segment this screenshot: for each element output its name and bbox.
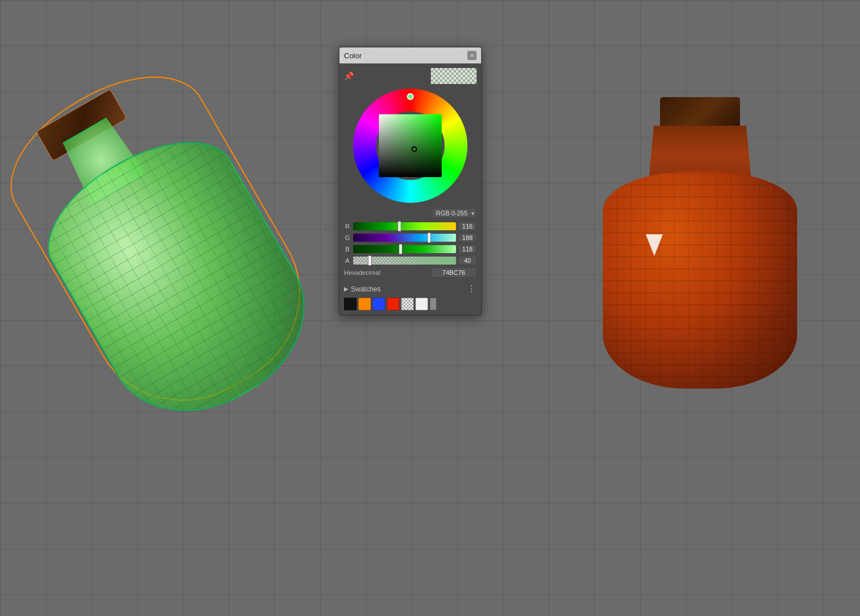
swatch-white[interactable] bbox=[415, 298, 428, 310]
swatch-checker[interactable] bbox=[401, 298, 414, 310]
r-label: R bbox=[344, 223, 351, 230]
r-slider-track[interactable] bbox=[353, 222, 456, 230]
color-mode-row: RGB 0-255 HSV Hex bbox=[344, 207, 477, 218]
swatches-title-row: ▶ Swatches bbox=[344, 285, 381, 293]
swatch-small[interactable] bbox=[430, 298, 437, 310]
swatches-menu-button[interactable]: ⋮ bbox=[467, 283, 477, 294]
color-panel-header: Color × bbox=[339, 47, 481, 63]
swatches-header: ▶ Swatches ⋮ bbox=[344, 283, 477, 294]
swatch-orange[interactable] bbox=[358, 298, 371, 310]
sv-cursor bbox=[411, 146, 417, 152]
color-mode-select[interactable]: RGB 0-255 HSV Hex bbox=[432, 208, 477, 218]
color-panel-body: 📌 RGB 0-255 HSV bbox=[339, 63, 481, 315]
hue-cursor bbox=[407, 93, 414, 100]
color-preview bbox=[431, 68, 477, 84]
swatch-blue[interactable] bbox=[373, 298, 385, 310]
swatches-collapse-icon[interactable]: ▶ bbox=[344, 286, 349, 292]
hex-label: Hexadecimal bbox=[344, 269, 381, 276]
g-label: G bbox=[344, 234, 351, 241]
r-slider-row: R bbox=[344, 222, 477, 231]
b-slider-row: B bbox=[344, 245, 477, 254]
sv-square[interactable] bbox=[379, 114, 442, 177]
color-fill bbox=[431, 68, 477, 84]
color-wheel-container[interactable] bbox=[344, 89, 477, 203]
swatch-red[interactable] bbox=[387, 298, 399, 310]
hex-input[interactable] bbox=[431, 267, 477, 278]
g-slider-track[interactable] bbox=[353, 234, 456, 242]
a-slider-thumb[interactable] bbox=[368, 255, 371, 266]
r-value-input[interactable] bbox=[458, 222, 477, 231]
a-slider-track[interactable] bbox=[353, 257, 456, 265]
swatches-title: Swatches bbox=[351, 285, 381, 293]
b-slider-track[interactable] bbox=[353, 245, 456, 253]
a-value-input[interactable] bbox=[458, 256, 477, 265]
color-wheel-inner bbox=[376, 111, 445, 180]
g-value-input[interactable] bbox=[458, 233, 477, 242]
swatches-grid bbox=[344, 298, 477, 310]
color-toolbar: 📌 bbox=[344, 68, 477, 84]
bottle-right bbox=[597, 97, 803, 394]
b-label: B bbox=[344, 246, 351, 253]
a-label: A bbox=[344, 257, 351, 264]
swatch-black[interactable] bbox=[344, 298, 357, 310]
color-panel-title: Color bbox=[344, 51, 362, 60]
hex-row: Hexadecimal bbox=[344, 267, 477, 278]
bottle-right-body bbox=[603, 171, 797, 389]
color-mode-wrapper[interactable]: RGB 0-255 HSV Hex bbox=[432, 207, 477, 218]
color-picker-panel: Color × 📌 bbox=[339, 47, 482, 315]
g-slider-row: G bbox=[344, 233, 477, 242]
g-slider-thumb[interactable] bbox=[427, 233, 431, 243]
a-slider-row: A bbox=[344, 256, 477, 265]
color-wheel[interactable] bbox=[353, 89, 467, 203]
b-slider-thumb[interactable] bbox=[399, 244, 402, 254]
b-value-input[interactable] bbox=[458, 245, 477, 254]
close-button[interactable]: × bbox=[467, 51, 477, 60]
pin-icon[interactable]: 📌 bbox=[344, 71, 354, 81]
r-slider-thumb[interactable] bbox=[398, 221, 401, 231]
